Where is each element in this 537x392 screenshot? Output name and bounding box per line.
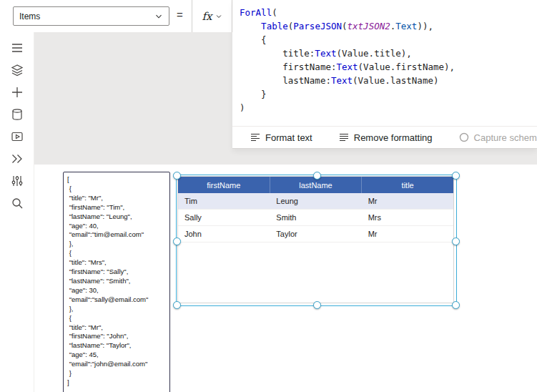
sidebar-item-media[interactable] [0,125,34,147]
fx-icon: fx [202,10,212,23]
format-text-label: Format text [265,132,312,143]
selection-handle[interactable] [452,172,460,180]
capture-schema-icon [458,132,470,143]
search-icon [10,196,24,210]
sidebar-item-data[interactable] [0,103,34,125]
json-text-input[interactable]: [ { "title": "Mr", "firstName": "Tim", "… [63,172,170,392]
screens-icon [10,63,24,77]
capture-schema-button[interactable]: Capture schema [458,132,537,143]
equals-sign: = [177,9,183,21]
capture-schema-label: Capture schema [474,132,537,143]
sidebar-item-search[interactable] [0,192,34,214]
power-automate-icon [10,152,24,166]
fx-dropdown-button[interactable]: fx [192,0,232,32]
insert-icon [10,85,24,99]
tree-view-icon [10,41,24,55]
data-icon [10,107,24,122]
media-icon [10,129,24,144]
remove-formatting-icon [338,132,350,143]
formula-editor[interactable]: ForAll( Table(ParseJSON(txtJSON2.Text)),… [232,0,537,132]
selection-handle[interactable] [173,301,181,309]
chevron-down-icon [215,13,222,20]
selection-handle[interactable] [452,237,460,245]
sidebar-item-screens[interactable] [0,59,34,81]
property-selector-value: Items [19,11,40,21]
formula-editor-panel: ForAll( Table(ParseJSON(txtJSON2.Text)),… [232,0,537,149]
powerapps-studio: Items = fx [ { "title": "Mr", "firstName… [0,0,537,392]
selection-handle[interactable] [313,172,321,180]
format-text-button[interactable]: Format text [250,132,312,143]
formula-toolbar: Format text Remove formatting Capture sc… [232,126,537,148]
format-text-icon [250,132,261,143]
selection-box [176,175,457,306]
selection-handle[interactable] [173,172,181,180]
formula-bar: Items = fx [0,0,232,32]
app-screen: [ { "title": "Mr", "firstName": "Tim", "… [34,165,537,392]
chevron-down-icon [154,12,163,21]
sidebar-item-insert[interactable] [0,81,34,103]
controls-icon [10,174,24,188]
left-nav [0,32,34,392]
selection-handle[interactable] [313,301,321,309]
sidebar-item-power-automate[interactable] [0,147,34,170]
sidebar-item-tree-view[interactable] [0,36,34,59]
remove-formatting-button[interactable]: Remove formatting [338,132,433,143]
property-selector[interactable]: Items [13,6,169,26]
sidebar-item-controls[interactable] [0,170,34,192]
remove-formatting-label: Remove formatting [354,132,433,143]
selection-handle[interactable] [173,237,181,245]
selection-handle[interactable] [452,301,460,309]
